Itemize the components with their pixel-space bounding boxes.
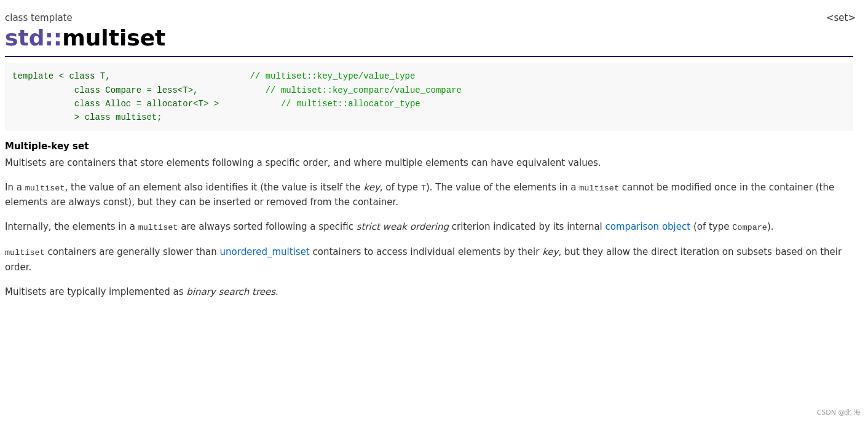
class-label: class template (5, 12, 853, 23)
code-line-2: class Compare = less<T>, // multiset::ke… (12, 84, 846, 97)
p3-link-text: comparison object (606, 221, 691, 232)
p3-code1: multiset (138, 223, 178, 232)
comparison-object-link[interactable]: comparison object (606, 221, 691, 232)
namespace-prefix: std:: (5, 25, 62, 50)
p2-mid2: , of type (380, 182, 421, 193)
paragraph-3: Internally, the elements in a multiset a… (5, 219, 853, 235)
code-line-1: template < class T, // multiset::key_typ… (12, 69, 846, 83)
paragraph-5: Multisets are typically implemented as b… (5, 284, 853, 299)
p4-link-text: unordered_multiset (220, 246, 310, 257)
p3-mid2: criterion indicated by its internal (449, 221, 606, 232)
p2-code1: multiset (25, 184, 65, 193)
class-label-text: class template (5, 12, 73, 23)
class-name: multiset (62, 25, 165, 50)
p4-mid1: containers are generally slower than (45, 246, 220, 257)
p4-code1: multiset (5, 248, 45, 257)
p5-end: . (275, 286, 278, 297)
p5-before: Multisets are typically implemented as (5, 286, 186, 297)
paragraph-2: In a multiset, the value of an element a… (5, 180, 853, 210)
code-kw-class1: class (69, 71, 95, 81)
p3-code2: Compare (732, 223, 767, 232)
p2-italic1: key (364, 182, 380, 193)
title-divider (5, 56, 853, 57)
watermark: CSDN @北 海 (817, 408, 861, 417)
p2-mid1: , the value of an element also identifie… (65, 182, 363, 193)
code-line-4: > class multiset; (12, 111, 846, 124)
p2-mid3: ). The value of the elements in a (426, 182, 579, 193)
nav-right-link-text: <set> (826, 12, 856, 23)
p3-italic: strict weak ordering (357, 221, 449, 232)
p2-code2: T (421, 184, 426, 193)
p4-italic: key (542, 246, 558, 257)
p4-mid2: containers to access individual elements… (310, 246, 542, 257)
section-heading: Multiple-key set (5, 141, 853, 152)
code-block: template < class T, // multiset::key_typ… (5, 63, 853, 131)
code-line-3: class Alloc = allocator<T> > // multiset… (12, 97, 846, 111)
p5-italic: binary search trees (186, 286, 275, 297)
p2-before: In a (5, 182, 25, 193)
p3-mid3: (of type (690, 221, 732, 232)
nav-right-link[interactable]: <set> (826, 12, 856, 23)
code-kw-template: template (12, 71, 53, 81)
paragraph-1: Multisets are containers that store elem… (5, 155, 853, 170)
paragraph-4: multiset containers are generally slower… (5, 244, 853, 275)
paragraph-1-text: Multisets are containers that store elem… (5, 157, 601, 168)
p3-before: Internally, the elements in a (5, 221, 138, 232)
p3-mid1: are always sorted following a specific (178, 221, 356, 232)
page-title: std::multiset (5, 25, 853, 51)
unordered-multiset-link[interactable]: unordered_multiset (220, 246, 310, 257)
p2-code3: multiset (579, 184, 619, 193)
p3-end: ). (767, 221, 774, 232)
